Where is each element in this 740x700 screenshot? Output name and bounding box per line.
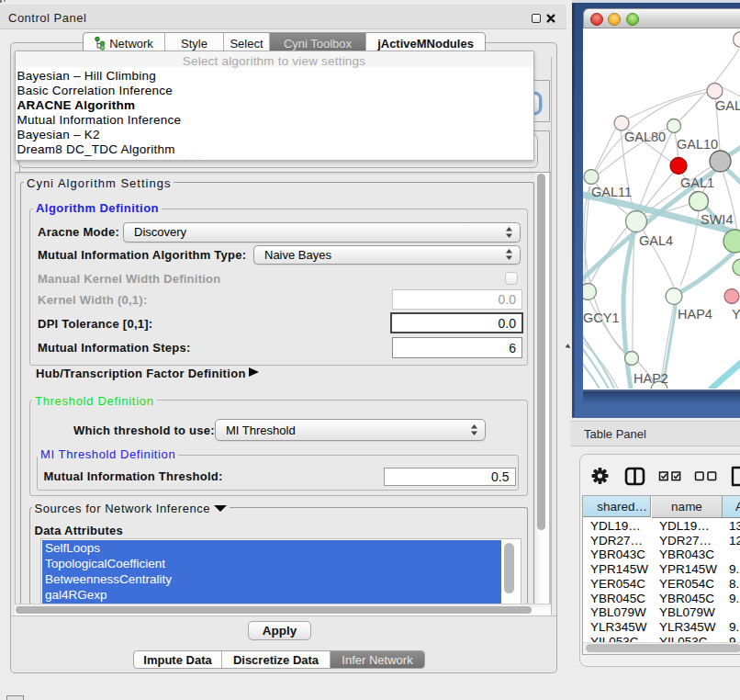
svg-text:HAP2: HAP2	[633, 371, 668, 386]
svg-text:SWI4: SWI4	[701, 212, 733, 227]
svg-text:GAL2: GAL2	[715, 98, 740, 113]
svg-text:GAL1: GAL1	[680, 175, 714, 190]
svg-text:GCY1: GCY1	[583, 310, 620, 325]
svg-text:GAL10: GAL10	[677, 137, 718, 152]
svg-text:YD: YD	[732, 307, 740, 322]
svg-text:GAL80: GAL80	[624, 130, 666, 144]
svg-text:GAL11: GAL11	[591, 185, 632, 199]
svg-text:GAL4: GAL4	[639, 233, 673, 248]
svg-text:HAP4: HAP4	[678, 307, 712, 322]
